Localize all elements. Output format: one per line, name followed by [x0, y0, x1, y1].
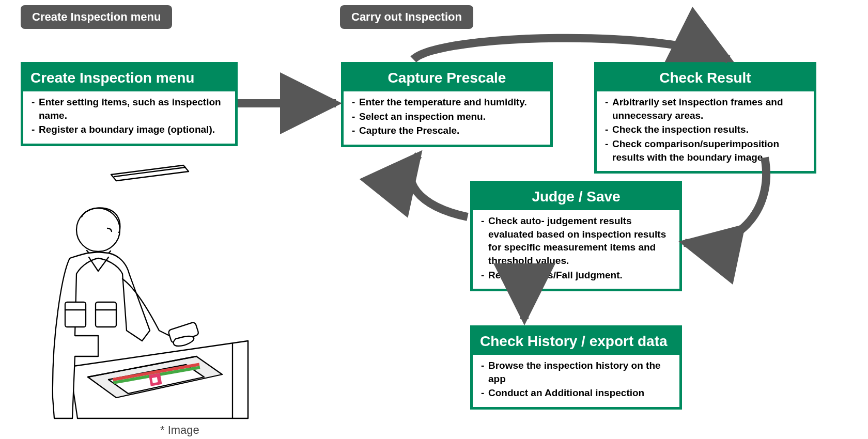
- bullet: Enter the temperature and humidity.: [352, 96, 544, 109]
- card-create-inspection: Create Inspection menu Enter setting ite…: [21, 62, 238, 146]
- card-check-result: Check Result Arbitrarily set inspection …: [594, 62, 816, 174]
- card-body: Enter setting items, such as inspection …: [23, 91, 235, 144]
- card-title: Check History / export data: [473, 328, 679, 355]
- svg-rect-6: [96, 302, 116, 327]
- card-title: Check Result: [597, 65, 814, 91]
- bullet: Check auto- judgement results evaluated …: [481, 214, 673, 268]
- bullet: Enter setting items, such as inspection …: [32, 96, 229, 122]
- section-label-create: Create Inspection menu: [21, 5, 172, 29]
- svg-rect-3: [152, 377, 158, 383]
- arrow-capture-to-check: [413, 38, 729, 59]
- section-label-carryout: Carry out Inspection: [340, 5, 473, 29]
- bullet: Select an inspection menu.: [352, 110, 544, 123]
- card-capture-prescale: Capture Prescale Enter the temperature a…: [341, 62, 553, 147]
- bullet: Capture the Prescale.: [352, 124, 544, 137]
- card-body: Enter the temperature and humidity. Sele…: [344, 91, 550, 145]
- bullet: Register Pass/Fail judgment.: [481, 269, 673, 282]
- card-title: Create Inspection menu: [23, 65, 235, 91]
- bullet: Arbitrarily set inspection frames and un…: [605, 96, 808, 122]
- card-body: Browse the inspection history on the app…: [473, 355, 679, 407]
- card-body: Arbitrarily set inspection frames and un…: [597, 91, 814, 171]
- card-judge-save: Judge / Save Check auto- judgement resul…: [470, 181, 682, 291]
- card-title: Capture Prescale: [344, 65, 550, 91]
- arrow-judge-to-capture: [411, 155, 468, 217]
- card-title: Judge / Save: [473, 183, 679, 210]
- bullet: Browse the inspection history on the app: [481, 359, 673, 385]
- bullet: Check the inspection results.: [605, 123, 808, 136]
- bullet: Check comparison/superimposition results…: [605, 137, 808, 164]
- card-body: Check auto- judgement results evaluated …: [473, 210, 679, 289]
- bullet: Conduct an Additional inspection: [481, 386, 673, 400]
- bullet: Register a boundary image (optional).: [32, 123, 229, 136]
- card-check-history: Check History / export data Browse the i…: [470, 325, 682, 410]
- worker-scanning-illustration: [10, 160, 258, 429]
- svg-rect-5: [65, 302, 86, 327]
